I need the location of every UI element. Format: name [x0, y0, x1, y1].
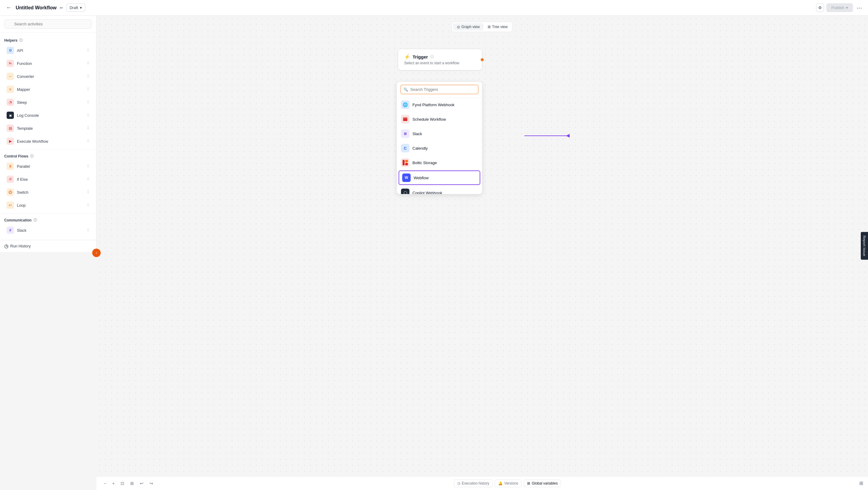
- if-else-icon: ↺: [7, 176, 14, 183]
- graph-view-button[interactable]: ◎ Graph view: [453, 23, 484, 30]
- trigger-info-icon[interactable]: ⓘ: [430, 55, 434, 59]
- drag-handle[interactable]: ⠿: [87, 190, 90, 194]
- svg-rect-2: [406, 117, 407, 118]
- history-icon: ◷: [457, 481, 460, 486]
- control-flows-info-icon[interactable]: ⓘ: [30, 154, 33, 158]
- webflow-arrow: [524, 133, 572, 139]
- dropdown-item-fynd[interactable]: 🌐 Fynd Platform Webhook: [397, 97, 482, 112]
- drag-handle[interactable]: ⠿: [87, 228, 90, 232]
- mapper-icon: ≡: [7, 86, 14, 93]
- search-activities-input[interactable]: [4, 19, 92, 29]
- drag-handle[interactable]: ⠿: [87, 61, 90, 65]
- more-button[interactable]: ⋯: [855, 3, 863, 12]
- zoom-in-button[interactable]: +: [110, 479, 117, 488]
- fynd-icon: 🌐: [401, 100, 410, 109]
- sidebar-content: Helpers ⓘ ⚙ API ⠿ fn Function ⠿: [0, 33, 96, 240]
- sidebar-item-log-console[interactable]: ▣ Log Console ⠿: [2, 109, 94, 122]
- tree-view-icon: ⊞: [488, 25, 491, 29]
- dropdown-item-copilot[interactable]: ⬡ Copilot Webhook: [397, 185, 482, 194]
- settings-button[interactable]: ⚙: [816, 3, 824, 12]
- svg-rect-4: [403, 160, 405, 165]
- sidebar-item-switch[interactable]: ⏻ Switch ⠿: [2, 186, 94, 199]
- gear-icon: ⚙: [818, 5, 822, 10]
- svg-rect-6: [405, 163, 408, 165]
- canvas[interactable]: ◎ Graph view ⊞ Tree view ⚡ Trigger ⓘ Sel…: [96, 16, 868, 476]
- drag-handle[interactable]: ⠿: [87, 126, 90, 131]
- main-layout: 🔍 Helpers ⓘ ⚙ API ⠿: [0, 16, 868, 490]
- run-history-label: Run History: [10, 244, 31, 248]
- svg-rect-3: [403, 119, 407, 119]
- sidebar-item-slack[interactable]: # Slack ⠿: [2, 224, 94, 236]
- sidebar-item-function[interactable]: fn Function ⠿: [2, 57, 94, 70]
- draft-button[interactable]: Draft ▾: [66, 4, 85, 12]
- control-flows-section-header: Control Flows ⓘ: [0, 151, 96, 160]
- api-icon: ⚙: [7, 47, 14, 54]
- slack-trigger-icon: ⊞: [401, 129, 410, 138]
- report-issue-button[interactable]: Report Issue: [861, 232, 868, 260]
- view-toggle: ◎ Graph view ⊞ Tree view: [452, 22, 513, 32]
- dropdown-item-slack[interactable]: ⊞ Slack: [397, 126, 482, 141]
- sidebar-item-parallel[interactable]: ⏸ Parallel ⠿: [2, 160, 94, 173]
- trigger-description: Select an event to start a workflow: [404, 61, 476, 65]
- execution-history-button[interactable]: ◷ Execution history: [454, 480, 493, 487]
- header-right: ⚙ Publish ▾ ⋯: [816, 3, 863, 12]
- execute-workflow-icon: ▶: [7, 138, 14, 145]
- run-history[interactable]: ◷ Run History: [0, 240, 96, 252]
- trigger-card[interactable]: ⚡ Trigger ⓘ Select an event to start a w…: [398, 49, 482, 70]
- schedule-icon: [401, 115, 410, 123]
- drag-handle[interactable]: ⠿: [87, 113, 90, 117]
- bottom-bar: − + ⊡ ⊞ ↩ ↪ ◷ Execution history 🔔 Versio…: [96, 476, 868, 490]
- search-triggers-input[interactable]: [401, 85, 478, 94]
- sidebar-item-mapper[interactable]: ≡ Mapper ⠿: [2, 83, 94, 96]
- parallel-icon: ⏸: [7, 163, 14, 170]
- undo-button[interactable]: ↩: [137, 479, 146, 488]
- fit-screen-button[interactable]: ⊡: [118, 479, 127, 488]
- redo-button[interactable]: ↪: [147, 479, 156, 488]
- dropdown-item-schedule[interactable]: Schedule Workflow: [397, 112, 482, 126]
- drag-handle[interactable]: ⠿: [87, 177, 90, 181]
- drag-handle[interactable]: ⠿: [87, 100, 90, 105]
- svg-rect-1: [404, 117, 405, 118]
- dropdown-list: 🌐 Fynd Platform Webhook Schedule Workflo…: [397, 97, 482, 194]
- helpers-info-icon[interactable]: ⓘ: [19, 38, 23, 42]
- sidebar-item-if-else[interactable]: ↺ If Else ⠿: [2, 173, 94, 185]
- tree-view-button[interactable]: ⊞ Tree view: [484, 23, 512, 30]
- layout-button[interactable]: ⊞: [128, 479, 136, 488]
- header-left: ← Untitled Workflow ✏ Draft ▾: [5, 3, 85, 12]
- sidebar-item-loop[interactable]: ↩ Loop ⠿: [2, 199, 94, 211]
- drag-handle[interactable]: ⠿: [87, 203, 90, 207]
- zoom-out-button[interactable]: −: [101, 479, 108, 488]
- drag-handle[interactable]: ⠿: [87, 139, 90, 143]
- communication-info-icon[interactable]: ⓘ: [33, 218, 37, 222]
- global-variables-button[interactable]: ⊞ Global variables: [524, 480, 561, 487]
- dropdown-item-boltic-storage[interactable]: Boltic Storage: [397, 155, 482, 170]
- back-button[interactable]: ←: [5, 3, 13, 12]
- dropdown-item-calendly[interactable]: C Calendly: [397, 141, 482, 155]
- dropdown-search-area: 🔍: [397, 82, 482, 97]
- sidebar-item-sleep[interactable]: ◔ Sleep ⠿: [2, 96, 94, 109]
- drag-handle[interactable]: ⠿: [87, 164, 90, 168]
- sidebar: 🔍 Helpers ⓘ ⚙ API ⠿: [0, 16, 96, 252]
- drag-handle[interactable]: ⠿: [87, 48, 90, 53]
- drag-handle[interactable]: ⠿: [87, 74, 90, 79]
- template-icon: ▤: [7, 125, 14, 132]
- drag-handle[interactable]: ⠿: [87, 87, 90, 91]
- sleep-icon: ◔: [7, 99, 14, 106]
- grid-view-icon[interactable]: ⊞: [859, 480, 863, 486]
- sidebar-collapse-button[interactable]: ‹: [92, 249, 101, 257]
- sidebar-item-api[interactable]: ⚙ API ⠿: [2, 44, 94, 57]
- sidebar-item-template[interactable]: ▤ Template ⠿: [2, 122, 94, 135]
- sidebar-item-converter[interactable]: ↔ Converter ⠿: [2, 70, 94, 83]
- edit-icon[interactable]: ✏: [60, 5, 63, 10]
- converter-icon: ↔: [7, 73, 14, 80]
- graph-view-icon: ◎: [457, 25, 460, 29]
- bottom-left-controls: − + ⊡ ⊞ ↩ ↪: [101, 479, 156, 488]
- sidebar-item-execute-workflow[interactable]: ▶ Execute Workflow ⠿: [2, 135, 94, 148]
- dropdown-item-webflow[interactable]: W Webflow: [399, 171, 480, 185]
- sidebar-wrapper: 🔍 Helpers ⓘ ⚙ API ⠿: [0, 16, 96, 490]
- canvas-container: ◎ Graph view ⊞ Tree view ⚡ Trigger ⓘ Sel…: [96, 16, 868, 490]
- versions-button[interactable]: 🔔 Versions: [495, 480, 521, 487]
- publish-button[interactable]: Publish ▾: [827, 3, 853, 12]
- svg-rect-5: [405, 160, 408, 162]
- trigger-connection-dot: [481, 58, 484, 61]
